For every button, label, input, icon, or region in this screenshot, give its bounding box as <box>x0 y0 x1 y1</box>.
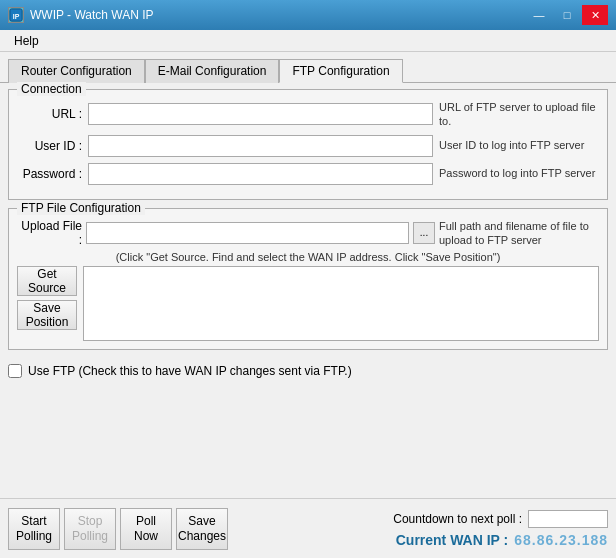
use-ftp-checkbox[interactable] <box>8 364 22 378</box>
ftp-file-group: FTP File Configuration Upload File : ...… <box>8 208 608 351</box>
password-label: Password : <box>17 167 82 181</box>
close-button[interactable]: ✕ <box>582 5 608 25</box>
source-buttons: GetSource SavePosition <box>17 266 77 330</box>
userid-label: User ID : <box>17 139 82 153</box>
password-row: Password : Password to log into FTP serv… <box>17 163 599 185</box>
app-icon: IP <box>8 7 24 23</box>
save-changes-button[interactable]: SaveChanges <box>176 508 228 550</box>
url-row: URL : URL of FTP server to upload file t… <box>17 100 599 129</box>
source-area: GetSource SavePosition <box>17 266 599 341</box>
source-textarea[interactable] <box>83 266 599 341</box>
upload-file-input[interactable] <box>86 222 409 244</box>
url-hint: URL of FTP server to upload file to. <box>439 100 599 129</box>
window-title: WWIP - Watch WAN IP <box>30 8 154 22</box>
get-source-button[interactable]: GetSource <box>17 266 77 296</box>
ftp-file-group-title: FTP File Configuration <box>17 201 145 215</box>
userid-hint: User ID to log into FTP server <box>439 138 599 152</box>
maximize-button[interactable]: □ <box>554 5 580 25</box>
use-ftp-label: Use FTP (Check this to have WAN IP chang… <box>28 364 352 378</box>
userid-row: User ID : User ID to log into FTP server <box>17 135 599 157</box>
countdown-row: Countdown to next poll : <box>393 510 608 528</box>
countdown-label: Countdown to next poll : <box>393 512 522 526</box>
start-polling-label: StartPolling <box>16 514 52 543</box>
title-bar-left: IP WWIP - Watch WAN IP <box>8 7 154 23</box>
bottom-right: Countdown to next poll : Current WAN IP … <box>393 510 608 548</box>
upload-file-hint: Full path and filename of file to upload… <box>439 219 599 248</box>
window-controls: — □ ✕ <box>526 5 608 25</box>
url-input[interactable] <box>88 103 433 125</box>
click-instruction: (Click "Get Source. Find and select the … <box>17 251 599 263</box>
start-polling-button[interactable]: StartPolling <box>8 508 60 550</box>
minimize-button[interactable]: — <box>526 5 552 25</box>
password-input[interactable] <box>88 163 433 185</box>
title-bar: IP WWIP - Watch WAN IP — □ ✕ <box>0 0 616 30</box>
upload-file-row: Upload File : ... Full path and filename… <box>17 219 599 248</box>
menu-bar: Help <box>0 30 616 52</box>
url-label: URL : <box>17 107 82 121</box>
use-ftp-row: Use FTP (Check this to have WAN IP chang… <box>8 358 608 384</box>
connection-group-title: Connection <box>17 82 86 96</box>
tab-router-configuration[interactable]: Router Configuration <box>8 59 145 83</box>
stop-polling-label: StopPolling <box>72 514 108 543</box>
stop-polling-button[interactable]: StopPolling <box>64 508 116 550</box>
help-menu[interactable]: Help <box>6 32 47 50</box>
upload-file-label: Upload File : <box>17 219 82 247</box>
countdown-input[interactable] <box>528 510 608 528</box>
connection-group: Connection URL : URL of FTP server to up… <box>8 89 608 200</box>
poll-now-label: PollNow <box>134 514 158 543</box>
browse-button[interactable]: ... <box>413 222 435 244</box>
tabs-area: Router Configuration E-Mail Configuratio… <box>0 52 616 82</box>
main-content: Connection URL : URL of FTP server to up… <box>0 82 616 390</box>
save-position-button[interactable]: SavePosition <box>17 300 77 330</box>
wan-ip-label: Current WAN IP : <box>396 532 509 548</box>
save-changes-label: SaveChanges <box>178 514 226 543</box>
wan-ip-value: 68.86.23.188 <box>514 532 608 548</box>
bottom-bar: StartPolling StopPolling PollNow SaveCha… <box>0 498 616 558</box>
tab-email-configuration[interactable]: E-Mail Configuration <box>145 59 280 83</box>
wan-row: Current WAN IP : 68.86.23.188 <box>396 532 608 548</box>
userid-input[interactable] <box>88 135 433 157</box>
svg-text:IP: IP <box>13 13 20 20</box>
poll-now-button[interactable]: PollNow <box>120 508 172 550</box>
tab-ftp-configuration[interactable]: FTP Configuration <box>279 59 402 83</box>
password-hint: Password to log into FTP server <box>439 166 599 180</box>
